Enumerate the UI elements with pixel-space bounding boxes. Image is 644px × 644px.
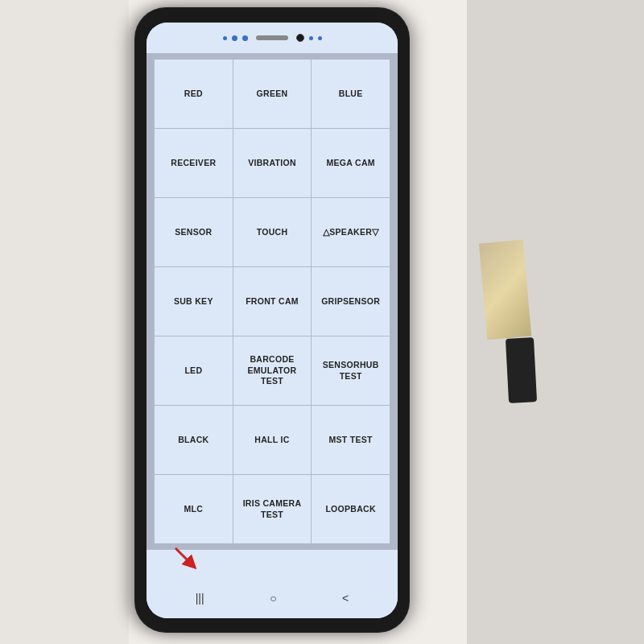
tape xyxy=(479,240,531,340)
test-grid: REDGREENBLUERECEIVERVIBRATIONMEGA CAMSEN… xyxy=(147,53,398,550)
grid-cell-gripsensor[interactable]: GRIPSENSOR xyxy=(312,267,390,336)
grid-cell-hall-ic[interactable]: HALL IC xyxy=(233,406,312,474)
grid-cell-blue[interactable]: BLUE xyxy=(312,60,390,128)
sensor-dot-4 xyxy=(309,36,313,40)
grid-cell-mst-test[interactable]: MST TEST xyxy=(312,406,390,474)
grid-cell-barcode-emulator[interactable]: BARCODE EMULATOR TEST xyxy=(233,336,312,405)
grid-cell-green[interactable]: GREEN xyxy=(233,60,312,128)
grid-cell-receiver[interactable]: RECEIVER xyxy=(155,129,233,197)
grid-cell-speaker[interactable]: △SPEAKER▽ xyxy=(312,198,390,266)
scene: REDGREENBLUERECEIVERVIBRATIONMEGA CAMSEN… xyxy=(0,0,644,644)
grid-cell-touch[interactable]: TOUCH xyxy=(233,198,312,266)
home-button[interactable]: ○ xyxy=(270,592,276,605)
grid-cell-front-cam[interactable]: FRONT CAM xyxy=(233,267,312,336)
top-bar xyxy=(147,23,398,53)
phone-screen: REDGREENBLUERECEIVERVIBRATIONMEGA CAMSEN… xyxy=(147,23,398,618)
grid-cell-vibration[interactable]: VIBRATION xyxy=(233,129,312,197)
sensor-dot-3 xyxy=(242,35,248,41)
sensor-dot-5 xyxy=(318,36,322,40)
side-accessory xyxy=(463,225,511,435)
grid-cell-sensor[interactable]: SENSOR xyxy=(155,198,233,266)
grid-cell-iris-camera[interactable]: IRIS CAMERA TEST xyxy=(233,475,312,543)
grid-cell-black[interactable]: BLACK xyxy=(155,406,233,474)
red-arrow-indicator xyxy=(169,542,201,574)
recent-apps-button[interactable]: ||| xyxy=(196,592,204,605)
grid-cell-mlc[interactable]: MLC xyxy=(155,475,233,543)
grid-cell-mega-cam[interactable]: MEGA CAM xyxy=(312,129,390,197)
nav-bar: ||| ○ < xyxy=(147,578,398,618)
back-button[interactable]: < xyxy=(342,592,349,605)
grid-cell-sub-key[interactable]: SUB KEY xyxy=(155,267,233,336)
phone-shell: REDGREENBLUERECEIVERVIBRATIONMEGA CAMSEN… xyxy=(135,8,409,632)
grid-cell-sensorhub-test[interactable]: SENSORHUB TEST xyxy=(312,336,390,405)
sensor-dot-1 xyxy=(223,36,227,40)
front-camera xyxy=(296,34,304,42)
svg-line-1 xyxy=(175,548,192,564)
strap xyxy=(506,337,537,403)
sensor-dot-2 xyxy=(232,35,237,41)
grid-cell-red[interactable]: RED xyxy=(155,60,233,128)
earpiece xyxy=(256,35,288,40)
grid-cell-loopback[interactable]: LOOPBACK xyxy=(312,475,390,543)
grid-cell-led[interactable]: LED xyxy=(155,336,233,405)
